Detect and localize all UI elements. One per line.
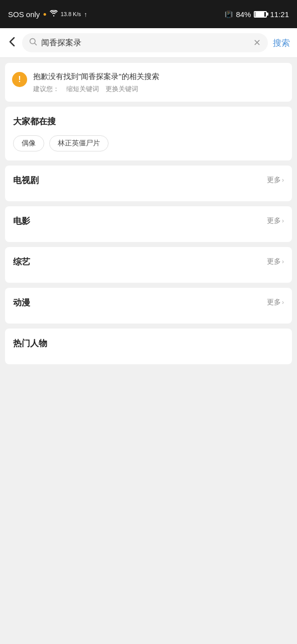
variety-more-button[interactable]: 更多 ›: [267, 257, 284, 266]
tv-more-label: 更多: [267, 176, 281, 185]
movie-more-button[interactable]: 更多 ›: [267, 216, 284, 225]
trending-tags: 偶像林正英僵尸片: [13, 135, 284, 151]
search-query-text: 闻香探案录: [41, 38, 249, 48]
no-result-notice: ! 抱歉没有找到"闻香探案录"的相关搜索 建议您： 缩短关键词 更换关键词: [5, 63, 292, 102]
notice-sub-label: 建议您：: [33, 85, 59, 93]
sos-label: SOS only: [8, 10, 40, 19]
category-movie-title: 电影: [13, 215, 30, 227]
upload-icon: ↑: [84, 11, 87, 18]
anime-more-label: 更多: [267, 298, 281, 307]
tv-more-button[interactable]: 更多 ›: [267, 176, 284, 185]
search-button[interactable]: 搜索: [273, 37, 290, 49]
variety-more-label: 更多: [267, 257, 281, 266]
back-button[interactable]: [7, 35, 17, 51]
status-bar: SOS only ● 13.8 K/s ↑ 📳 84% 11:21: [0, 0, 297, 28]
tv-chevron-icon: ›: [282, 177, 284, 184]
warning-icon: !: [12, 72, 27, 87]
signal-icon: ●: [43, 11, 46, 18]
search-box[interactable]: 闻香探案录 ✕: [22, 33, 268, 52]
time-display: 11:21: [270, 10, 289, 19]
variety-chevron-icon: ›: [282, 258, 284, 265]
vibrate-icon: 📳: [225, 11, 233, 18]
category-variety: 综艺 更多 ›: [5, 247, 292, 283]
notice-suggestion1[interactable]: 缩短关键词: [66, 85, 99, 93]
hotpeople-title: 热门人物: [13, 338, 47, 349]
trending-tag-item[interactable]: 偶像: [13, 135, 44, 151]
movie-chevron-icon: ›: [282, 217, 284, 224]
search-icon: [29, 38, 37, 48]
hotpeople-section: 热门人物: [5, 329, 292, 364]
trending-tag-item[interactable]: 林正英僵尸片: [49, 135, 109, 151]
notice-suggestion2[interactable]: 更换关键词: [106, 85, 138, 93]
search-bar-area: 闻香探案录 ✕ 搜索: [0, 28, 297, 58]
trending-title: 大家都在搜: [13, 116, 284, 127]
movie-more-label: 更多: [267, 216, 281, 225]
notice-title: 抱歉没有找到"闻香探案录"的相关搜索: [33, 71, 285, 83]
battery-icon: [254, 11, 267, 18]
category-movie: 电影 更多 ›: [5, 206, 292, 242]
category-anime-title: 动漫: [13, 297, 30, 308]
wifi-icon: [50, 10, 58, 19]
notice-sub: 建议您： 缩短关键词 更换关键词: [33, 85, 285, 94]
status-left: SOS only ● 13.8 K/s ↑: [8, 10, 87, 19]
category-variety-title: 综艺: [13, 256, 30, 268]
anime-more-button[interactable]: 更多 ›: [267, 298, 284, 307]
anime-chevron-icon: ›: [282, 299, 284, 306]
category-anime: 动漫 更多 ›: [5, 288, 292, 324]
category-tv: 电视剧 更多 ›: [5, 166, 292, 201]
battery-percent: 84%: [236, 10, 251, 19]
category-tv-title: 电视剧: [13, 175, 39, 186]
clear-button[interactable]: ✕: [253, 37, 261, 48]
network-speed: 13.8 K/s: [61, 11, 81, 17]
trending-section: 大家都在搜 偶像林正英僵尸片: [5, 107, 292, 160]
status-right: 📳 84% 11:21: [225, 10, 289, 19]
